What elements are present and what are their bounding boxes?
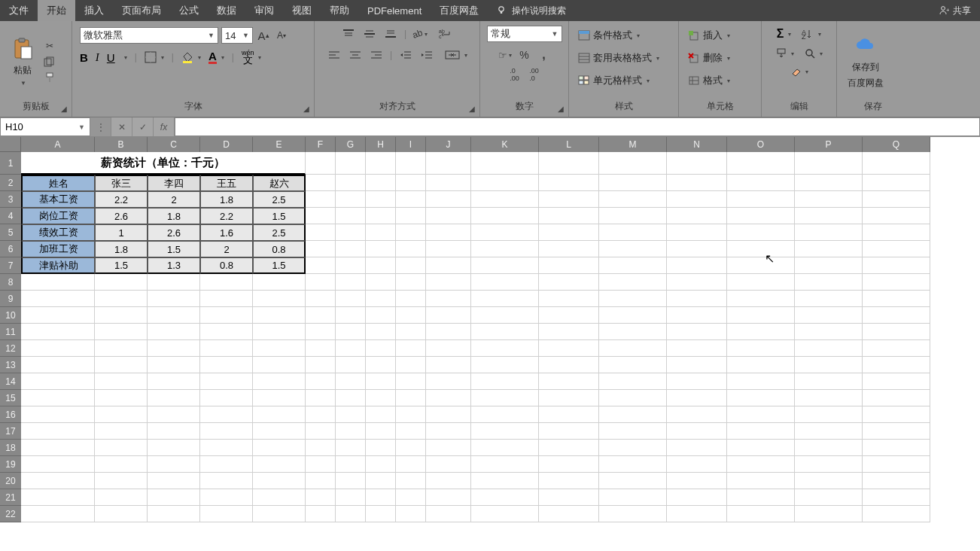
cell[interactable]: [539, 340, 599, 357]
cell[interactable]: [366, 489, 396, 506]
copy-button[interactable]: [42, 55, 57, 68]
cell[interactable]: [95, 489, 148, 506]
cell[interactable]: [599, 340, 667, 357]
row-header[interactable]: 7: [0, 257, 21, 274]
cell[interactable]: [336, 257, 366, 274]
align-bottom-button[interactable]: [383, 27, 398, 41]
cell[interactable]: 1.8: [200, 191, 253, 208]
cell[interactable]: 1.3: [148, 257, 200, 274]
cell[interactable]: [336, 191, 366, 208]
cell[interactable]: [727, 241, 795, 257]
cell[interactable]: [306, 291, 336, 307]
cell[interactable]: [539, 224, 599, 241]
cell[interactable]: [667, 390, 727, 406]
cell[interactable]: [306, 340, 336, 357]
cell[interactable]: [306, 175, 336, 191]
cell[interactable]: [426, 456, 471, 473]
cell[interactable]: 2: [200, 241, 253, 257]
cell[interactable]: [21, 340, 95, 357]
cell[interactable]: [667, 473, 727, 489]
cell[interactable]: [539, 152, 599, 175]
col-header[interactable]: E: [253, 137, 306, 152]
cell[interactable]: [396, 208, 426, 224]
cell[interactable]: 1.5: [253, 257, 306, 274]
save-baidu-button[interactable]: 保存到 百度网盘: [842, 32, 890, 91]
cell[interactable]: [336, 423, 366, 440]
cell[interactable]: [396, 456, 426, 473]
cell[interactable]: [306, 191, 336, 208]
cell[interactable]: 加班工资: [21, 241, 95, 257]
cell[interactable]: [667, 357, 727, 373]
cell[interactable]: [306, 390, 336, 406]
cell[interactable]: [148, 274, 200, 291]
cell[interactable]: [366, 241, 396, 257]
font-color-button[interactable]: A ▾: [208, 51, 224, 64]
cell[interactable]: [471, 307, 539, 324]
cell[interactable]: [366, 357, 396, 373]
dialog-launcher-icon[interactable]: ◢: [558, 105, 564, 113]
merge-button[interactable]: ▾: [445, 50, 467, 60]
cell[interactable]: [667, 224, 727, 241]
cell[interactable]: [863, 456, 930, 473]
row-headers[interactable]: 12345678910111213141516171819202122: [0, 152, 21, 522]
cell[interactable]: [727, 257, 795, 274]
tab-view[interactable]: 视图: [283, 0, 321, 21]
cell[interactable]: [727, 274, 795, 291]
cell[interactable]: [667, 307, 727, 324]
cell[interactable]: [727, 489, 795, 506]
cell[interactable]: [396, 175, 426, 191]
cell[interactable]: [863, 208, 930, 224]
cell[interactable]: [396, 241, 426, 257]
cell[interactable]: [599, 489, 667, 506]
cell[interactable]: [396, 307, 426, 324]
cell[interactable]: 1: [95, 224, 148, 241]
cell[interactable]: [306, 257, 336, 274]
col-header[interactable]: C: [148, 137, 200, 152]
cell[interactable]: [795, 324, 863, 340]
bold-button[interactable]: B: [80, 51, 88, 64]
cell[interactable]: [471, 224, 539, 241]
spreadsheet-grid[interactable]: ABCDEFGHIJKLMNOPQ 1234567891011121314151…: [0, 137, 980, 551]
cell[interactable]: [396, 274, 426, 291]
select-all-corner[interactable]: [0, 137, 21, 152]
cell[interactable]: [95, 506, 148, 522]
cell[interactable]: [667, 324, 727, 340]
row-header[interactable]: 12: [0, 340, 21, 357]
cell[interactable]: [95, 291, 148, 307]
cell[interactable]: [306, 440, 336, 456]
increase-indent-button[interactable]: [419, 48, 434, 62]
cell[interactable]: [336, 307, 366, 324]
insert-cells-button[interactable]: 插入▾: [685, 27, 733, 44]
cell[interactable]: [396, 357, 426, 373]
cell[interactable]: [863, 257, 930, 274]
cell[interactable]: [366, 373, 396, 390]
col-header[interactable]: N: [667, 137, 727, 152]
cell[interactable]: [306, 274, 336, 291]
cell[interactable]: 1.5: [148, 241, 200, 257]
cell[interactable]: [306, 373, 336, 390]
cell[interactable]: [539, 208, 599, 224]
increase-font-button[interactable]: A▴: [256, 29, 271, 42]
cell[interactable]: [306, 224, 336, 241]
cell[interactable]: [863, 191, 930, 208]
cell[interactable]: 王五: [200, 175, 253, 191]
cell[interactable]: [471, 340, 539, 357]
cell[interactable]: [599, 152, 667, 175]
cells-area[interactable]: 薪资统计（单位：千元）姓名张三李四王五赵六基本工资2.221.82.5岗位工资2…: [21, 152, 930, 522]
cell[interactable]: [396, 406, 426, 423]
row-header[interactable]: 16: [0, 406, 21, 423]
cell[interactable]: [539, 423, 599, 440]
cell[interactable]: [539, 473, 599, 489]
cell[interactable]: [366, 440, 396, 456]
cell[interactable]: [471, 456, 539, 473]
cell[interactable]: [148, 340, 200, 357]
row-header[interactable]: 21: [0, 489, 21, 506]
cell[interactable]: [863, 291, 930, 307]
cell[interactable]: 岗位工资: [21, 208, 95, 224]
cell[interactable]: [200, 473, 253, 489]
cell[interactable]: [200, 423, 253, 440]
cell[interactable]: [426, 406, 471, 423]
cell[interactable]: [200, 357, 253, 373]
cell[interactable]: [599, 241, 667, 257]
cell[interactable]: [21, 307, 95, 324]
